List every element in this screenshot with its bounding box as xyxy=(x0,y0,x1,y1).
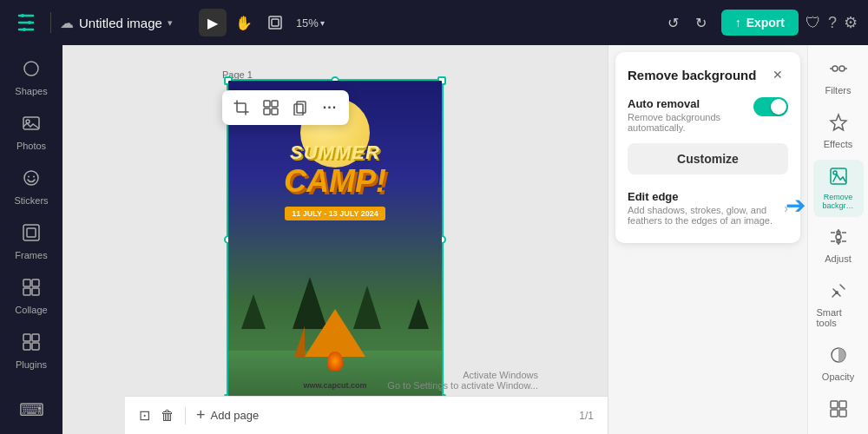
sidebar-label-frames: Frames xyxy=(15,250,47,260)
svg-rect-26 xyxy=(294,104,303,115)
sidebar-item-shapes[interactable]: Shapes xyxy=(5,52,57,103)
pan-tool-button[interactable]: ✋ xyxy=(230,9,258,36)
fire-element xyxy=(327,352,343,371)
zoom-chevron-icon[interactable]: ▾ xyxy=(320,18,325,28)
topbar-divider xyxy=(50,12,51,33)
svg-point-2 xyxy=(23,28,26,31)
add-page-label: Add page xyxy=(211,409,260,422)
sidebar-item-adjust[interactable]: Adjust xyxy=(813,220,864,271)
toggle-switch[interactable] xyxy=(753,97,788,116)
sidebar-item-collage[interactable]: Collage xyxy=(5,271,57,322)
customize-button[interactable]: Customize xyxy=(628,143,788,174)
frame-tool-button[interactable] xyxy=(261,9,289,36)
edit-edge-label: Edit edge xyxy=(628,190,784,203)
settings-icon[interactable]: ⚙ xyxy=(844,13,858,32)
sidebar-label-photos: Photos xyxy=(16,141,46,151)
sidebar-item-effects[interactable]: Effects xyxy=(813,106,864,156)
auto-removal-row: Auto removal Remove backgrounds automati… xyxy=(628,97,788,133)
svg-point-10 xyxy=(33,176,35,178)
topbar-title-area: ☁ Untitled image ▾ xyxy=(60,15,173,31)
panel-title: Remove background xyxy=(628,68,756,82)
canvas-area[interactable]: Page 1 xyxy=(62,45,608,434)
title-chevron-icon[interactable]: ▾ xyxy=(168,17,173,29)
more-options-button[interactable]: ··· xyxy=(318,95,342,120)
app-logo[interactable] xyxy=(10,7,42,38)
auto-removal-desc: Remove backgrounds automatically. xyxy=(628,112,753,133)
svg-point-43 xyxy=(835,291,838,294)
zoom-control[interactable]: 15% ▾ xyxy=(296,16,325,30)
effects-label: Effects xyxy=(824,139,852,149)
left-sidebar: Shapes Photos Stickers xyxy=(0,45,62,434)
opacity-label: Opacity xyxy=(822,372,854,382)
page-count: 1/1 xyxy=(579,410,594,422)
svg-point-36 xyxy=(836,234,841,240)
camp-text: CAMP! xyxy=(284,163,386,200)
cloud-save-icon[interactable]: ☁ xyxy=(60,15,74,31)
toggle-knob xyxy=(771,99,786,115)
summer-text: SUMMER xyxy=(290,141,380,164)
plugins-icon xyxy=(22,332,41,356)
edit-edge-desc: Add shadows, strokes, glow, and feathers… xyxy=(628,205,784,226)
stickers-icon xyxy=(22,168,41,192)
bottom-sep xyxy=(185,407,186,424)
more-icon xyxy=(829,399,848,423)
edit-edge-arrow-icon: › xyxy=(784,201,788,215)
svg-point-5 xyxy=(24,62,38,76)
svg-rect-16 xyxy=(32,288,39,295)
duplicate-page-icon[interactable]: ⊡ xyxy=(139,407,150,424)
svg-rect-15 xyxy=(23,288,30,295)
edit-edge-row[interactable]: Edit edge Add shadows, strokes, glow, an… xyxy=(628,185,788,231)
keyboard-icon: ⌨ xyxy=(19,399,44,420)
remove-bg-panel-container: Remove background ✕ Auto removal Remove … xyxy=(608,45,807,434)
auto-removal-toggle[interactable] xyxy=(753,97,788,116)
sidebar-item-keyboard[interactable]: ⌨ xyxy=(5,392,57,427)
add-page-plus-icon: + xyxy=(196,406,206,424)
canvas-image: SUMMER CAMP! 11 JULY - 13 JULY 2024 xyxy=(228,81,442,398)
export-button[interactable]: ↑ Export xyxy=(721,10,799,36)
tree-4 xyxy=(408,299,429,329)
svg-point-0 xyxy=(21,14,24,17)
activate-line2: Go to Settings to activate Window... xyxy=(387,380,538,391)
panel-close-button[interactable]: ✕ xyxy=(767,64,788,85)
document-title: Untitled image xyxy=(79,16,162,30)
sidebar-item-smart-tools[interactable]: Smart tools xyxy=(813,274,864,335)
shapes-icon xyxy=(22,59,41,82)
help-icon[interactable]: ? xyxy=(828,14,837,32)
svg-point-8 xyxy=(24,171,38,185)
sidebar-item-remove-bg[interactable]: Remove backgr… xyxy=(813,160,864,217)
sidebar-item-stickers[interactable]: Stickers xyxy=(5,161,57,213)
undo-redo-group: ↺ ↻ xyxy=(661,10,714,36)
svg-rect-14 xyxy=(32,279,39,286)
sidebar-item-filters[interactable]: Filters xyxy=(813,52,864,102)
sidebar-label-collage: Collage xyxy=(15,305,47,315)
svg-rect-3 xyxy=(269,16,281,29)
sidebar-item-opacity[interactable]: Opacity xyxy=(813,339,864,389)
add-page-button[interactable]: + Add page xyxy=(196,406,259,424)
crop-tool-button[interactable] xyxy=(229,95,253,120)
copy-style-button[interactable] xyxy=(288,95,312,120)
export-label: Export xyxy=(746,16,785,30)
photos-icon xyxy=(22,114,41,137)
right-sidebar: Filters Effects Remove backgr… xyxy=(807,45,868,434)
remove-bg-icon xyxy=(829,167,848,190)
svg-rect-21 xyxy=(264,101,270,107)
sidebar-item-plugins[interactable]: Plugins xyxy=(5,326,57,377)
sidebar-item-frames[interactable]: Frames xyxy=(5,216,57,267)
delete-page-icon[interactable]: 🗑 xyxy=(161,408,174,424)
svg-rect-13 xyxy=(23,279,30,286)
activate-windows-notice: Activate Windows Go to Settings to activ… xyxy=(387,370,538,391)
shield-icon[interactable]: 🛡 xyxy=(806,14,821,32)
select-tool-button[interactable]: ▶ xyxy=(199,9,227,36)
edit-edge-left: Edit edge Add shadows, strokes, glow, an… xyxy=(628,190,784,226)
canvas-image-wrapper[interactable]: SUMMER CAMP! 11 JULY - 13 JULY 2024 xyxy=(227,79,444,400)
undo-button[interactable]: ↺ xyxy=(661,10,687,36)
svg-rect-46 xyxy=(839,401,846,408)
tent-element xyxy=(305,309,365,357)
arrange-tool-button[interactable] xyxy=(259,95,283,120)
auto-removal-label: Auto removal xyxy=(628,97,753,110)
effects-icon xyxy=(829,113,848,136)
redo-button[interactable]: ↻ xyxy=(688,10,714,36)
svg-point-33 xyxy=(833,171,837,174)
sidebar-item-more[interactable] xyxy=(813,392,864,430)
sidebar-item-photos[interactable]: Photos xyxy=(5,107,57,158)
